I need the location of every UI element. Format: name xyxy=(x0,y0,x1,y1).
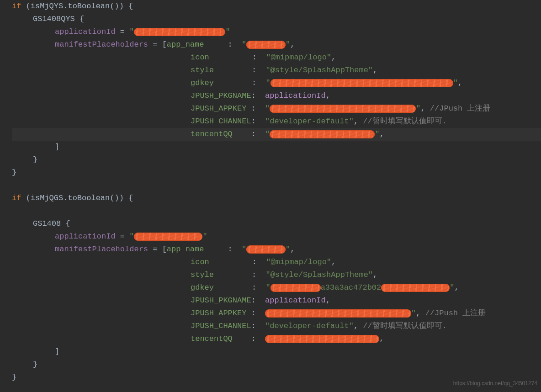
code-line: } xyxy=(12,154,541,166)
code-line: } xyxy=(12,166,541,179)
code-line: JPUSH_APPKEY : ", //JPush 上注册 xyxy=(12,307,541,320)
code-line: applicationId = "" xyxy=(12,230,541,243)
code-line: } xyxy=(12,358,541,371)
redaction-icon xyxy=(134,28,225,36)
blank-line xyxy=(12,179,541,192)
code-line: JPUSH_PKGNAME: applicationId, xyxy=(12,294,541,307)
redaction-icon xyxy=(246,41,286,49)
code-line: ] xyxy=(12,141,541,154)
redaction-icon xyxy=(265,309,411,318)
redaction-icon xyxy=(381,284,450,292)
blank-line xyxy=(12,205,541,217)
code-line: GS1408QYS { xyxy=(12,13,541,26)
code-line: applicationId = "" xyxy=(12,26,541,38)
code-editor[interactable]: if (isMjQYS.toBoolean()) { GS1408QYS { a… xyxy=(0,0,541,384)
code-line: JPUSH_PKGNAME: applicationId, xyxy=(12,90,541,102)
code-line: if (isMjQYS.toBoolean()) { xyxy=(12,0,541,13)
code-line: GS1408 { xyxy=(12,217,541,230)
code-line: icon: "@mipmap/logo", xyxy=(12,256,541,269)
redaction-icon xyxy=(270,105,416,113)
code-line: style: "@style/SplashAppTheme", xyxy=(12,269,541,281)
code-line: manifestPlaceholders = [app_name: "", xyxy=(12,243,541,256)
code-line: JPUSH_CHANNEL: "developer-default", //暂时… xyxy=(12,115,541,128)
code-line: style: "@style/SplashAppTheme", xyxy=(12,64,541,77)
code-line: tencentQQ: , xyxy=(12,333,541,345)
redaction-icon xyxy=(270,130,375,138)
code-line: gdkey: "", xyxy=(12,77,541,90)
redaction-icon xyxy=(246,245,286,254)
code-line: if (isMjQGS.toBoolean()) { xyxy=(12,192,541,205)
code-line: JPUSH_APPKEY : "", //JPush 上注册 xyxy=(12,102,541,115)
code-line: gdkey: "a33a3ac472b02", xyxy=(12,281,541,294)
watermark-text: https://blog.csdn.net/qq_34501274 xyxy=(453,377,537,390)
code-line: JPUSH_CHANNEL: "developer-default", //暂时… xyxy=(12,320,541,333)
code-line-current: tencentQQ: "", xyxy=(12,128,541,141)
code-line: icon: "@mipmap/logo", xyxy=(12,51,541,64)
code-line: manifestPlaceholders = [app_name: "", xyxy=(12,38,541,51)
keyword-if: if xyxy=(12,2,21,11)
redaction-icon xyxy=(265,335,379,343)
redaction-icon xyxy=(270,284,321,292)
redaction-icon xyxy=(270,79,453,87)
redaction-icon xyxy=(134,233,202,241)
code-line: ] xyxy=(12,345,541,358)
keyword-if: if xyxy=(12,194,21,202)
